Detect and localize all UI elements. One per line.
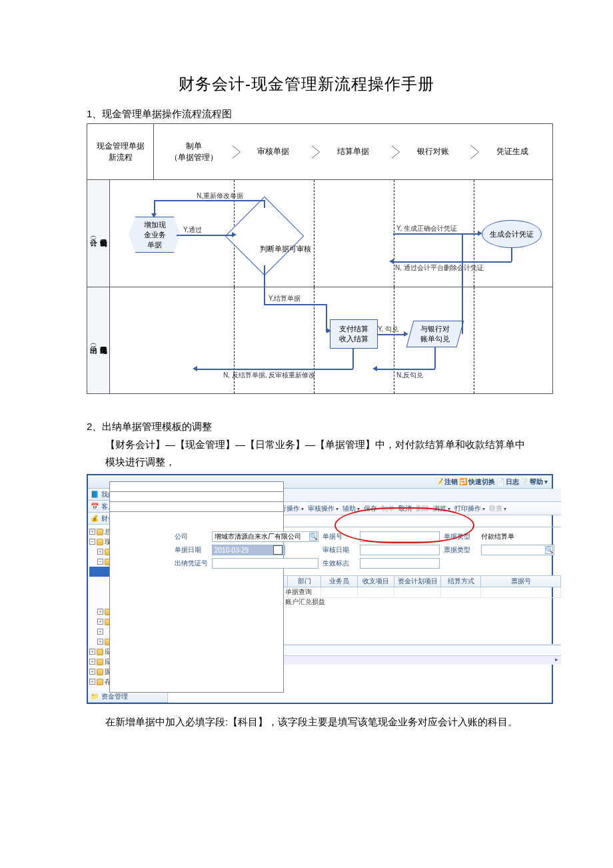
screenshot: 📝注销 🔁快速切换 📄日志 ❔帮助 ▾ 📘我的工作 📅客户化 💰财务会计 +总账… xyxy=(87,474,553,704)
lbl-company: 公司 xyxy=(175,532,208,541)
flow-head-4: 银行对账 xyxy=(393,124,473,179)
val-btype: 付款结算单 xyxy=(481,532,554,541)
tb-audit[interactable]: 审核操作 xyxy=(308,504,338,513)
topbar-switch[interactable]: 🔁快速切换 xyxy=(459,477,495,487)
inp-bno[interactable] xyxy=(360,531,440,542)
lane-1-label: 公司会计制单员 （会计） xyxy=(87,180,110,287)
lbl-vno: 出纳凭证号 xyxy=(175,559,208,568)
form-area: 公司 增城市清源自来水厂有限公司🔍 单据号 单据类型 付款结算单 单据日期 20… xyxy=(168,527,561,573)
inp-date[interactable]: 2010-03-29 xyxy=(212,545,285,555)
tb-save[interactable]: 保存 xyxy=(364,504,377,513)
tb-make[interactable]: 制单 xyxy=(381,504,394,513)
nav-tree: +总账 −现金管理 +初始设置 −日常业务 单据管理 到账通知 单据查询 账户汇… xyxy=(88,525,167,691)
flow-step-bank: 与银行对 账单勾兑 xyxy=(406,321,464,347)
flow-head-1: 制单 （单据管理） xyxy=(154,124,234,179)
topbar-log[interactable]: 📄日志 xyxy=(496,477,519,487)
doc-title: 财务会计-现金管理新流程操作手册 xyxy=(87,73,526,95)
flow-step-voucher: 生成会计凭证 xyxy=(482,220,542,248)
inp-adate[interactable] xyxy=(360,545,440,555)
lbl-eff: 生效标志 xyxy=(322,559,356,568)
section-2-after: 在新增单据中加入必填字段:【科目】，该字段主要是填写该笔现金业务对应会计入账的科… xyxy=(105,713,526,731)
sidebar: 📘我的工作 📅客户化 💰财务会计 +总账 −现金管理 +初始设置 −日常业务 单… xyxy=(88,489,168,703)
col-5[interactable]: 收支项目 xyxy=(358,576,394,587)
lbl-bno: 单据号 xyxy=(322,532,356,541)
lane-2-label: 公司现金结算员 （出纳） xyxy=(87,287,110,393)
lbl-adate: 审核日期 xyxy=(322,545,356,555)
lbl-btype: 单据类型 xyxy=(444,532,477,541)
flow-title: 现金管理单据新流程 xyxy=(87,124,154,180)
inp-company[interactable]: 增城市清源自来水厂有限公司🔍 xyxy=(212,531,318,542)
topbar-logout[interactable]: 📝注销 xyxy=(435,477,458,487)
inp-ptype[interactable]: 🔍 xyxy=(481,545,554,555)
inp-eff[interactable] xyxy=(360,558,440,569)
col-3[interactable]: 部门 xyxy=(288,576,321,587)
sidebar-fund[interactable]: 📁资金管理 xyxy=(88,691,167,703)
col-8[interactable]: 票据号 xyxy=(481,576,561,587)
section-1-head: 1、现金管理单据操作流程流程图 xyxy=(87,108,526,121)
flow-head-3: 结算单据 xyxy=(313,124,393,179)
flow-head-5: 凭证生成 xyxy=(472,124,552,179)
lbl-ptype: 票据类型 xyxy=(444,545,477,555)
inp-vno[interactable] xyxy=(212,558,318,569)
flow-step-settle: 支付结算 收入结算 xyxy=(330,319,378,349)
tb-assist[interactable]: 辅助 xyxy=(342,504,360,513)
section-2-head: 2、出纳单据管理模板的调整 xyxy=(87,421,526,433)
tb-browse[interactable]: 浏览 xyxy=(433,504,450,513)
flow-decision-audit: 判断单据可审核 xyxy=(225,197,305,276)
lbl-date: 单据日期 xyxy=(175,545,208,555)
tb-cancel[interactable]: 取消 xyxy=(398,504,412,513)
col-4[interactable]: 业务员 xyxy=(321,576,358,587)
flowchart: 现金管理单据新流程 制单 （单据管理） 审核单据 结算单据 银行对账 凭证生成 … xyxy=(87,123,553,394)
col-6[interactable]: 资金计划项目 xyxy=(394,576,441,587)
flow-head-2: 审核单据 xyxy=(234,124,314,179)
tb-print[interactable]: 打印操作 xyxy=(454,504,485,513)
section-2-body: 【财务会计】—【现金管理】—【日常业务】—【单据管理】中，对付款结算单和收款结算… xyxy=(105,436,526,470)
tb-link[interactable]: 联查 xyxy=(489,504,506,513)
col-7[interactable]: 结算方式 xyxy=(441,576,481,587)
tb-del[interactable]: 删除 xyxy=(416,504,429,513)
topbar-help[interactable]: ❔帮助 ▾ xyxy=(520,477,548,487)
